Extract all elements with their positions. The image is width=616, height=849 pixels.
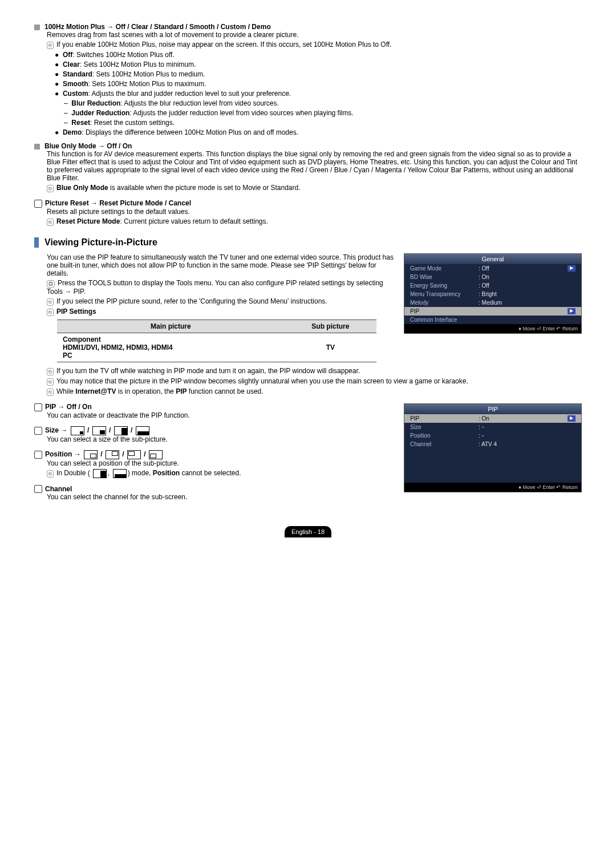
q-icon (34, 451, 42, 459)
note-icon: ⦸ (47, 378, 54, 386)
osd-value: : ▫ (479, 424, 576, 430)
note-icon: ⦸ (47, 309, 54, 316)
osd-value: : On (479, 415, 568, 422)
osd-label: PIP (410, 308, 479, 314)
note-icon: ⦸ (47, 470, 54, 478)
desc: Resets all picture settings to the defau… (47, 208, 582, 216)
arrow-icon: ▶ (568, 415, 576, 422)
osd-label: Game Mode (410, 265, 479, 272)
pos-icon-tl (127, 450, 141, 459)
table-header-main: Main picture (57, 320, 285, 333)
q-icon (34, 427, 42, 435)
osd-row: PIP: On▶ (404, 414, 581, 423)
sec-blue-only: Blue Only Mode → Off / On This function … (34, 142, 582, 192)
desc: Removes drag from fast scenes with a lot… (47, 31, 582, 39)
osd-value: : Off (479, 282, 576, 289)
osd-title: General (404, 254, 581, 264)
heading: Blue Only Mode → Off / On (34, 142, 582, 150)
osd-row: Channel: ATV 4 (404, 440, 581, 448)
heading: 100Hz Motion Plus → Off / Clear / Standa… (34, 23, 582, 31)
osd-label: Common Interface (410, 317, 479, 323)
note-icon: ⦸ (47, 42, 54, 49)
arrow-icon: ▶ (568, 265, 576, 272)
sec-100hz: 100Hz Motion Plus → Off / Clear / Standa… (34, 23, 582, 136)
size-icon-double-h (136, 426, 149, 435)
osd-value: : ▫ (479, 432, 576, 439)
osd-title: PIP (404, 404, 581, 414)
osd-row: Menu Transparency: Bright (404, 290, 581, 298)
pos-icon-bl (149, 450, 163, 459)
note: ⦸Reset Picture Mode: Current picture val… (47, 217, 582, 226)
osd-value: : Medium (479, 300, 576, 306)
osd-label: BD Wise (410, 274, 479, 280)
osd-label: Energy Saving (410, 282, 479, 289)
osd-footer: ♦ Move ⏎ Enter ↶ Return (404, 483, 581, 492)
osd-value: : On (479, 274, 576, 280)
note-icon: ⦸ (47, 389, 54, 396)
osd-footer: ♦ Move ⏎ Enter ↶ Return (404, 324, 581, 333)
osd-row: BD Wise: On (404, 273, 581, 281)
osd-row: Melody: Medium (404, 298, 581, 307)
desc: You can select the channel for the sub-s… (47, 493, 582, 501)
osd-row: Energy Saving: Off (404, 281, 581, 290)
note-icon: ⦸ (47, 219, 54, 226)
size-icon-medium (92, 426, 106, 435)
osd-label: PIP (410, 415, 479, 422)
osd-value (479, 317, 576, 323)
note: ⦸If you enable 100Hz Motion Plus, noise … (47, 41, 582, 49)
osd-row: PIP▶ (404, 307, 581, 316)
size-icon-double-v (114, 426, 128, 435)
osd-value (479, 308, 568, 314)
note-icon: ⦸ (47, 298, 54, 306)
q-icon (34, 403, 42, 411)
osd-row: Common Interface (404, 316, 581, 324)
osd-value: : Off (479, 265, 568, 272)
pip-settings-table: Main picture Sub picture Component HDMI1… (57, 320, 376, 362)
note: ⦸Blue Only Mode is available when the pi… (47, 184, 582, 192)
osd-general-panel: General Game Mode: Off▶BD Wise: OnEnergy… (404, 253, 582, 334)
osd-row: Game Mode: Off▶ (404, 264, 581, 273)
sec-picture-reset: Picture Reset → Reset Picture Mode / Can… (34, 199, 582, 226)
q-icon (34, 485, 42, 493)
note-icon: ⦸ (47, 185, 54, 192)
heading: Picture Reset → Reset Picture Mode / Can… (34, 199, 582, 208)
osd-row: Size: ▫ (404, 423, 581, 431)
note-icon: ⦸ (47, 368, 54, 375)
table-header-sub: Sub picture (285, 320, 376, 333)
section-heading-pip: Viewing Picture-in-Picture (34, 237, 582, 248)
osd-label: Channel (410, 441, 479, 447)
size-icon-double-h-inline (113, 469, 127, 478)
osd-label: Size (410, 424, 479, 430)
pos-icon-br (84, 450, 98, 459)
table-cell-main: Component HDMI1/DVI, HDMI2, HDMI3, HDMI4… (57, 333, 285, 362)
osd-label: Melody (410, 300, 479, 306)
osd-label: Menu Transparency (410, 291, 479, 297)
page-footer: English - 18 (285, 526, 331, 537)
table-cell-sub: TV (285, 333, 376, 362)
desc: This function is for AV device measureme… (47, 150, 582, 182)
osd-row: Position: ▫ (404, 431, 581, 440)
osd-value: : Bright (479, 291, 576, 297)
osd-value: : ATV 4 (479, 441, 576, 447)
arrow-icon: ▶ (568, 308, 576, 314)
heading-bar-icon (34, 237, 39, 248)
tools-icon: ⊡ (47, 280, 55, 288)
osd-label: Position (410, 432, 479, 439)
q-icon (34, 200, 42, 208)
pos-icon-tr (106, 450, 119, 459)
size-icon-small (71, 426, 84, 435)
size-icon-double-v-inline (93, 469, 107, 478)
osd-pip-panel: PIP PIP: On▶Size: ▫Position: ▫Channel: A… (404, 403, 582, 492)
